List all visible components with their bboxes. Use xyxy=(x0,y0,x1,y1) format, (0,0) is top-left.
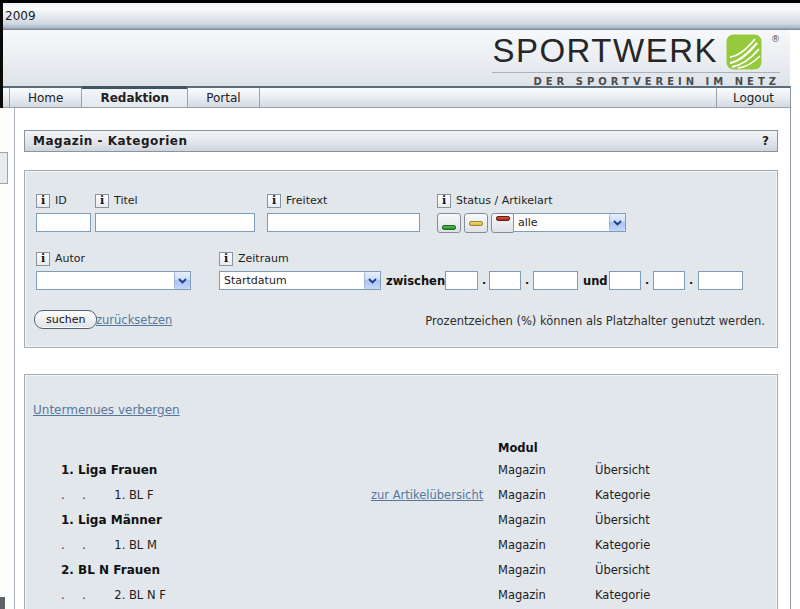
category-modul: Magazin xyxy=(498,513,546,527)
status-yellow-icon xyxy=(469,221,483,226)
autor-field-label: i Autor xyxy=(36,251,85,266)
tab-redaktion-label: Redaktion xyxy=(100,91,169,105)
info-icon[interactable]: i xyxy=(437,194,451,208)
background-window-corner xyxy=(0,597,5,609)
info-icon[interactable]: i xyxy=(36,252,50,266)
categories-panel: Untermenues verbergen Modul 1. Liga Frau… xyxy=(24,374,778,609)
section-header: Magazin - Kategorien ? xyxy=(24,130,778,152)
autor-select[interactable] xyxy=(36,271,191,290)
status-red-icon xyxy=(496,216,510,221)
autor-label-text: Autor xyxy=(55,252,85,265)
category-modul: Magazin xyxy=(498,488,546,502)
toggle-submenus-link[interactable]: Untermenues verbergen xyxy=(33,403,180,417)
date-to-year-input[interactable] xyxy=(698,271,743,290)
chevron-down-icon xyxy=(174,272,190,289)
date-from-month-input[interactable] xyxy=(489,271,521,290)
category-name: 1. Liga Frauen xyxy=(61,463,157,477)
modul-column-header: Modul xyxy=(498,441,538,455)
artikelart-select-value: alle xyxy=(518,216,538,229)
indent-dots: . . xyxy=(61,488,114,502)
category-modul: Magazin xyxy=(498,463,546,477)
artikelart-select[interactable]: alle xyxy=(513,213,626,232)
zeitraum-select-value: Startdatum xyxy=(224,274,287,287)
tab-portal-label: Portal xyxy=(206,91,240,105)
info-icon[interactable]: i xyxy=(267,194,281,208)
category-art: Übersicht xyxy=(595,463,650,477)
brand-tagline: DER SPORTVEREIN IM NETZ xyxy=(492,72,780,87)
category-row: . . 1. BL M Magazin Kategorie xyxy=(25,538,777,554)
category-art: Kategorie xyxy=(595,538,650,552)
indent-dots: . . xyxy=(61,588,114,602)
freitext-label-text: Freitext xyxy=(286,194,327,207)
info-icon[interactable]: i xyxy=(219,252,233,266)
category-row: 2. BL N Frauen Magazin Übersicht xyxy=(25,563,777,579)
sportwerk-ball-icon xyxy=(726,34,762,70)
category-name-text: 1. BL M xyxy=(114,538,157,552)
category-row: 1. Liga Männer Magazin Übersicht xyxy=(25,513,777,529)
search-panel: i ID i Titel i Freitext i Status / Artik… xyxy=(24,170,778,348)
freitext-input[interactable] xyxy=(267,213,420,232)
logout-button[interactable]: Logout xyxy=(716,88,790,107)
wildcard-hint: Prozentzeichen (%) können als Platzhalte… xyxy=(425,314,765,328)
article-overview-link[interactable]: zur Artikelübersicht xyxy=(371,488,483,502)
logout-label: Logout xyxy=(733,91,774,105)
search-button[interactable]: suchen xyxy=(34,310,97,329)
date-to-day-input[interactable] xyxy=(609,271,641,290)
browser-title-bar: 2009 xyxy=(3,3,800,30)
status-red-button[interactable] xyxy=(491,213,515,233)
titel-input[interactable] xyxy=(95,213,255,232)
zwischen-label: zwischen xyxy=(386,274,445,288)
zeitraum-select[interactable]: Startdatum xyxy=(219,271,381,290)
page-left-border xyxy=(14,108,15,609)
chevron-down-icon xyxy=(364,272,380,289)
page-title: Magazin - Kategorien xyxy=(33,134,188,148)
zeitraum-label-text: Zeitraum xyxy=(238,252,289,265)
info-icon[interactable]: i xyxy=(36,194,50,208)
category-modul: Magazin xyxy=(498,588,546,602)
date-to-month-input[interactable] xyxy=(653,271,685,290)
category-name: . . 2. BL N F xyxy=(61,588,166,602)
indent-dots: . . xyxy=(61,538,114,552)
status-field-label: i Status / Artikelart xyxy=(437,193,553,208)
category-art: Kategorie xyxy=(595,588,650,602)
freitext-field-label: i Freitext xyxy=(267,193,327,208)
date-separator: . xyxy=(689,274,693,287)
tab-redaktion[interactable]: Redaktion xyxy=(82,86,188,107)
tab-home-label: Home xyxy=(28,91,63,105)
status-label-text: Status / Artikelart xyxy=(456,194,553,207)
status-yellow-button[interactable] xyxy=(464,213,488,233)
reset-link[interactable]: zurücksetzen xyxy=(96,313,172,327)
category-row: . . 1. BL F zur Artikelübersicht Magazin… xyxy=(25,488,777,504)
category-art: Übersicht xyxy=(595,513,650,527)
registered-mark: ® xyxy=(771,34,780,44)
tab-portal[interactable]: Portal xyxy=(188,88,259,107)
date-from-year-input[interactable] xyxy=(533,271,578,290)
id-input[interactable] xyxy=(36,213,91,232)
status-green-button[interactable] xyxy=(437,213,461,233)
category-modul: Magazin xyxy=(498,563,546,577)
page-right-border xyxy=(790,86,791,609)
info-icon[interactable]: i xyxy=(95,194,109,208)
nav-lead-spacer xyxy=(3,88,10,107)
category-row: 1. Liga Frauen Magazin Übersicht xyxy=(25,463,777,479)
main-nav: Home Redaktion Portal Logout xyxy=(3,86,790,108)
category-modul: Magazin xyxy=(498,538,546,552)
status-green-icon xyxy=(442,225,456,230)
zeitraum-field-label: i Zeitraum xyxy=(219,251,289,266)
date-separator: . xyxy=(525,274,529,287)
category-name-text: 1. BL F xyxy=(114,488,153,502)
category-row: . . 2. BL N F Magazin Kategorie xyxy=(25,588,777,604)
help-icon[interactable]: ? xyxy=(762,134,769,148)
date-separator: . xyxy=(482,274,486,287)
category-name: . . 1. BL F xyxy=(61,488,154,502)
sportwerk-logo: SPORTWERK ® DER SPORTVEREIN IM NETZ xyxy=(492,34,780,87)
category-art: Übersicht xyxy=(595,563,650,577)
chevron-down-icon xyxy=(609,214,625,231)
id-label-text: ID xyxy=(55,194,67,207)
logo-wordmark: SPORTWERK xyxy=(492,34,718,68)
tab-home[interactable]: Home xyxy=(10,88,82,107)
date-from-day-input[interactable] xyxy=(445,271,478,290)
brand-header: SPORTWERK ® DER SPORTVEREIN IM NETZ xyxy=(3,30,790,86)
id-field-label: i ID xyxy=(36,193,67,208)
category-art: Kategorie xyxy=(595,488,650,502)
